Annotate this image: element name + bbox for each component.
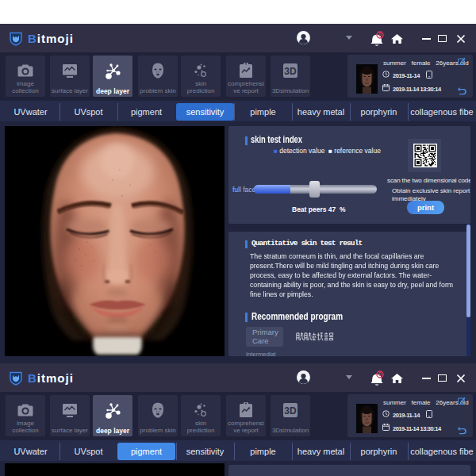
svg-text:0: 0 — [378, 32, 382, 37]
svg-text:3D: 3D — [284, 405, 297, 416]
svg-text:0: 0 — [378, 371, 382, 377]
svg-text:3D: 3D — [284, 66, 297, 77]
